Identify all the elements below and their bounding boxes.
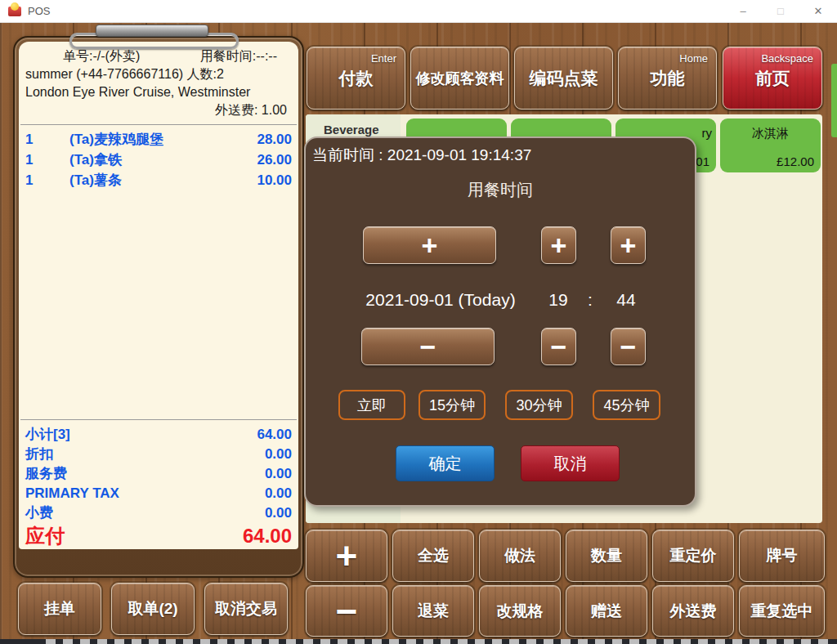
preset-15min-button[interactable]: 15分钟 — [418, 390, 486, 420]
tax-value: 0.00 — [265, 484, 292, 503]
cancel-button[interactable]: 取消 — [521, 445, 620, 481]
customer-info: summer (+44-7766667116) 人数:2 — [25, 65, 292, 83]
quantity-button[interactable]: 数量 — [566, 530, 647, 582]
edit-customer-button[interactable]: 修改顾客资料 — [410, 47, 509, 110]
reprice-button[interactable]: 重定价 — [652, 530, 734, 582]
return-dish-label: 退菜 — [418, 601, 449, 622]
category-label[interactable]: Beverage — [324, 123, 379, 136]
edit-customer-label: 修改顾客资料 — [416, 69, 504, 88]
menu-item-name: 冰淇淋 — [720, 126, 821, 141]
selected-minute: 44 — [606, 290, 646, 310]
time-colon: : — [578, 290, 602, 310]
meal-time-value: 用餐时间:--:-- — [200, 47, 277, 65]
item-price: 28.00 — [257, 130, 292, 149]
date-plus-button[interactable]: + — [363, 226, 496, 264]
preset-now-button[interactable]: 立即 — [338, 390, 405, 420]
cancel-label: 取消 — [554, 453, 587, 475]
tax-label: PRIMARY TAX — [25, 484, 265, 503]
item-name: (Ta)麦辣鸡腿堡 — [51, 130, 257, 149]
recall-order-button[interactable]: 取单(2) — [111, 583, 195, 635]
preset-45min-button[interactable]: 45分钟 — [593, 390, 660, 420]
hour-minus-button[interactable]: − — [541, 328, 576, 365]
confirm-button[interactable]: 确定 — [396, 445, 495, 481]
recall-order-label: 取单(2) — [128, 598, 177, 619]
prev-page-key-hint: Backspace — [761, 52, 813, 65]
menu-item-price: £12.00 — [777, 154, 814, 168]
item-qty: 1 — [25, 150, 51, 169]
select-all-label: 全选 — [418, 545, 449, 566]
close-icon[interactable]: ✕ — [799, 0, 837, 23]
totals-section: 小计[3] 64.00 折扣 0.00 服务费 0.00 PRIMARY TAX… — [19, 422, 298, 549]
order-item-row[interactable]: 1 (Ta)麦辣鸡腿堡 28.00 — [19, 129, 298, 150]
functions-button[interactable]: Home 功能 — [618, 47, 717, 110]
minus-icon: − — [420, 333, 436, 360]
return-dish-button[interactable]: 退菜 — [392, 585, 474, 637]
void-transaction-button[interactable]: 取消交易 — [204, 583, 288, 635]
menu-item-button[interactable]: 冰淇淋 £12.00 — [720, 119, 821, 172]
change-spec-button[interactable]: 改规格 — [479, 585, 561, 637]
tag-number-button[interactable]: 牌号 — [739, 530, 825, 582]
increase-qty-button[interactable]: + — [306, 530, 387, 582]
order-items-list: 1 (Ta)麦辣鸡腿堡 28.00 1 (Ta)拿铁 26.00 1 (Ta)薯… — [19, 127, 298, 418]
receipt-header: 单号:-/-(外卖) 用餐时间:--:-- summer (+44-776666… — [19, 42, 298, 123]
delivery-fee-label: 外送费 — [670, 601, 717, 622]
hold-order-button[interactable]: 挂单 — [18, 583, 101, 635]
customer-address: London Eye River Cruise, Westminster — [25, 83, 292, 101]
repeat-selected-label: 重复选中 — [751, 601, 813, 622]
repeat-selected-button[interactable]: 重复选中 — [739, 585, 825, 637]
cooking-method-button[interactable]: 做法 — [479, 530, 561, 582]
functions-key-hint: Home — [679, 52, 708, 65]
minute-plus-button[interactable]: + — [611, 226, 646, 264]
minute-minus-button[interactable]: − — [611, 328, 646, 365]
taskbar-sliver — [0, 639, 837, 644]
subtotal-value: 64.00 — [257, 425, 292, 445]
tip-label: 小费 — [25, 503, 265, 523]
minus-icon: − — [620, 333, 637, 360]
minimize-icon[interactable]: – — [724, 0, 762, 23]
maximize-icon[interactable]: □ — [762, 0, 799, 23]
decrease-qty-button[interactable]: − — [306, 585, 387, 637]
selected-date: 2021-09-01 (Today) — [330, 290, 551, 310]
amount-due-label: 应付 — [25, 523, 243, 549]
reprice-label: 重定价 — [670, 545, 717, 566]
hold-order-label: 挂单 — [44, 598, 75, 619]
meal-time-dialog: 当前时间 : 2021-09-01 19:14:37 用餐时间 + + + 20… — [304, 136, 696, 507]
minus-icon: − — [551, 333, 567, 360]
preset-now-label: 立即 — [357, 396, 387, 415]
gift-button[interactable]: 赠送 — [566, 585, 647, 637]
divider — [20, 124, 297, 125]
receipt-panel: 单号:-/-(外卖) 用餐时间:--:-- summer (+44-776666… — [13, 36, 304, 578]
functions-label: 功能 — [651, 67, 685, 90]
plus-icon: + — [620, 231, 637, 259]
divider — [20, 419, 297, 420]
order-item-row[interactable]: 1 (Ta)拿铁 26.00 — [19, 150, 298, 170]
void-transaction-label: 取消交易 — [215, 598, 277, 619]
select-all-button[interactable]: 全选 — [392, 530, 474, 582]
item-name: (Ta)薯条 — [51, 171, 257, 190]
pay-button[interactable]: Enter 付款 — [307, 47, 405, 110]
item-qty: 1 — [25, 171, 51, 190]
delivery-fee-button[interactable]: 外送费 — [652, 585, 734, 637]
clipped-menu-item — [831, 64, 837, 137]
cooking-method-label: 做法 — [504, 545, 535, 566]
title-bar: POS – □ ✕ — [0, 0, 837, 23]
order-number: 单号:-/-(外卖) — [63, 47, 140, 65]
quantity-label: 数量 — [591, 545, 622, 566]
order-item-row[interactable]: 1 (Ta)薯条 10.00 — [19, 170, 298, 190]
date-minus-button[interactable]: − — [361, 328, 495, 365]
plus-icon: + — [551, 231, 567, 259]
item-qty: 1 — [25, 130, 51, 149]
hour-plus-button[interactable]: + — [541, 226, 576, 264]
clipboard-clip-bar-icon — [96, 25, 208, 37]
selected-hour: 19 — [539, 290, 578, 310]
code-order-button[interactable]: 编码点菜 — [514, 47, 613, 110]
service-fee-value: 0.00 — [265, 464, 292, 484]
plus-icon: + — [336, 537, 358, 575]
tag-number-label: 牌号 — [767, 545, 798, 566]
dialog-title: 用餐时间 — [306, 179, 695, 201]
preset-30min-button[interactable]: 30分钟 — [505, 390, 573, 420]
minus-icon: − — [336, 593, 358, 630]
prev-page-button[interactable]: Backspace 前页 — [723, 47, 822, 110]
discount-label: 折扣 — [25, 445, 265, 464]
delivery-fee: 外送费: 1.00 — [25, 101, 292, 119]
